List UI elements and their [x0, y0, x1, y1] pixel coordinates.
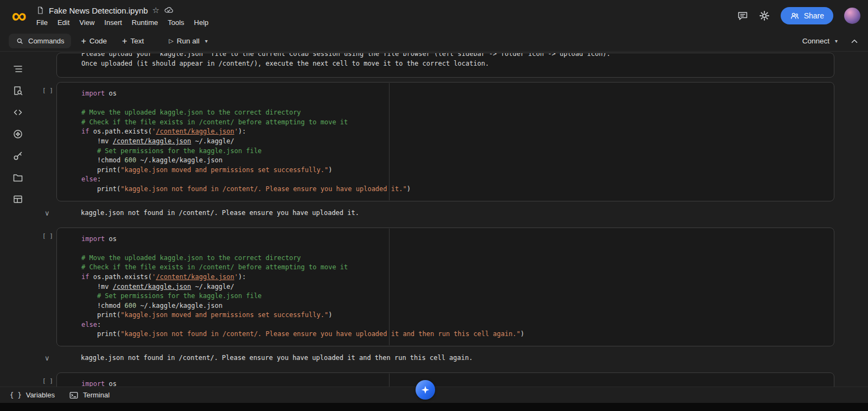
avatar[interactable]: [844, 8, 860, 24]
add-code-label: Code: [90, 37, 107, 45]
search-icon: [16, 37, 24, 45]
code-line: !mv /content/kaggle.json ~/.kaggle/: [81, 137, 827, 147]
markdown-line: Please upload your `kaggle.json` file to…: [81, 53, 827, 59]
code-line: # Check if the file exists in /content/ …: [81, 263, 827, 273]
code-editor[interactable]: import os: [56, 372, 834, 387]
code-line: # Move the uploaded kaggle.json to the c…: [81, 254, 827, 263]
code-line: # Check if the file exists in /content/ …: [81, 118, 827, 128]
find-icon[interactable]: [7, 80, 29, 102]
gear-icon[interactable]: [759, 10, 770, 21]
code-snippets-icon[interactable]: [7, 102, 29, 123]
code-line: import os: [81, 380, 827, 387]
menu-edit[interactable]: Edit: [53, 17, 74, 28]
code-line: import os: [81, 89, 827, 99]
notebook-title[interactable]: Fake News Detection.ipynb: [49, 6, 148, 15]
code-line: print("kaggle.json moved and permissions…: [81, 311, 827, 320]
menu-runtime[interactable]: Runtime: [127, 17, 163, 28]
output-text: kaggle.json not found in /content/. Plea…: [56, 209, 359, 217]
menu-help[interactable]: Help: [189, 17, 214, 28]
add-text-button[interactable]: + Text: [117, 34, 149, 49]
people-icon: [790, 11, 800, 21]
code-editor[interactable]: import os # Move the uploaded kaggle.jso…: [56, 227, 834, 347]
header-main: Fake News Detection.ipynb ☆ File Edit Vi…: [36, 0, 213, 31]
spark-icon: [420, 385, 430, 395]
files-icon[interactable]: [7, 167, 29, 188]
code-line: [81, 99, 827, 109]
chevron-up-icon[interactable]: [850, 36, 859, 46]
code-line: import os: [81, 235, 827, 244]
main-area: Please upload your `kaggle.json` file to…: [0, 52, 868, 387]
notebook-icon: [36, 6, 44, 15]
code-content: import os # Move the uploaded kaggle.jso…: [81, 89, 827, 194]
variables-button[interactable]: { } Variables: [10, 391, 55, 399]
collapse-output-button[interactable]: ∨: [42, 209, 50, 217]
share-button[interactable]: Share: [781, 7, 833, 24]
table-of-contents-icon[interactable]: [7, 58, 29, 80]
run-cell-button[interactable]: [ ]: [42, 87, 53, 94]
markdown-cell[interactable]: Please upload your `kaggle.json` file to…: [56, 53, 834, 78]
output-gutter: ∨: [40, 353, 56, 363]
toolbar-right: Connect ▾: [802, 36, 859, 46]
commands-button[interactable]: Commands: [9, 34, 71, 48]
colab-logo[interactable]: ∞: [5, 0, 33, 31]
add-text-label: Text: [130, 37, 144, 45]
code-line: [81, 244, 827, 254]
column-ruler: [389, 229, 390, 346]
data-table-icon[interactable]: [7, 188, 29, 210]
code-line: print("kaggle.json not found in /content…: [81, 330, 827, 339]
menu-file[interactable]: File: [31, 17, 53, 28]
toolbar: Commands + Code + Text ▷ Run all ▾ Conne…: [0, 31, 868, 52]
colab-app: ∞ Fake News Detection.ipynb ☆ File Edit …: [0, 0, 868, 411]
cell-gutter: [ ]: [40, 82, 56, 201]
menu-insert[interactable]: Insert: [99, 17, 127, 28]
left-sidebar: [0, 52, 36, 387]
code-editor[interactable]: import os # Move the uploaded kaggle.jso…: [56, 82, 834, 201]
notebook-scroll-area[interactable]: Please upload your `kaggle.json` file to…: [36, 52, 868, 387]
menu-view[interactable]: View: [74, 17, 99, 28]
column-ruler: [389, 83, 390, 200]
run-cell-button[interactable]: [ ]: [42, 232, 53, 239]
connect-button[interactable]: Connect ▾: [802, 37, 838, 45]
add-code-button[interactable]: + Code: [75, 34, 112, 49]
header: ∞ Fake News Detection.ipynb ☆ File Edit …: [0, 0, 868, 31]
markdown-line: Once uploaded (it should appear in /cont…: [81, 59, 827, 69]
share-label: Share: [804, 11, 824, 20]
star-icon[interactable]: ☆: [152, 5, 159, 15]
code-line: if os.path.exists('/content/kaggle.json'…: [81, 127, 827, 137]
code-line: !mv /content/kaggle.json ~/.kaggle/: [81, 282, 827, 292]
code-cell: [ ]import os # Move the uploaded kaggle.…: [40, 82, 834, 201]
cell-output: ∨kaggle.json not found in /content/. Ple…: [40, 204, 834, 222]
title-row: Fake News Detection.ipynb ☆: [36, 4, 213, 17]
secrets-icon[interactable]: [7, 145, 29, 167]
code-line: else:: [81, 175, 827, 185]
code-line: # Set permissions for the kaggle.json fi…: [81, 292, 827, 301]
caret-down-icon: ▾: [205, 38, 208, 44]
variables-label: Variables: [26, 391, 55, 399]
code-line: print("kaggle.json not found in /content…: [81, 185, 827, 194]
play-icon: ▷: [169, 37, 173, 45]
run-cell-button[interactable]: [ ]: [42, 377, 53, 384]
cloud-saved-icon[interactable]: [164, 5, 174, 15]
cell-gutter: [ ]: [40, 372, 56, 387]
notebook-cells: Please upload your `kaggle.json` file to…: [40, 53, 834, 387]
cell-output: ∨kaggle.json not found in /content/. Ple…: [40, 349, 834, 367]
menu-tools[interactable]: Tools: [163, 17, 189, 28]
output-text: kaggle.json not found in /content/. Plea…: [56, 354, 473, 362]
collapse-output-button[interactable]: ∨: [42, 354, 50, 362]
run-all-button[interactable]: ▷ Run all ▾: [163, 34, 213, 48]
code-line: else:: [81, 320, 827, 330]
terminal-button[interactable]: Terminal: [69, 390, 110, 400]
cell-gutter: [ ]: [40, 227, 56, 347]
column-ruler: [389, 374, 390, 387]
gemini-icon[interactable]: [7, 123, 29, 145]
code-line: if os.path.exists('/content/kaggle.json'…: [81, 273, 827, 282]
code-line: !chmod 600 ~/.kaggle/kaggle.json: [81, 156, 827, 166]
menu-bar: File Edit View Insert Runtime Tools Help: [31, 17, 213, 28]
gemini-button[interactable]: [416, 380, 435, 400]
comment-icon[interactable]: [737, 10, 748, 21]
code-cell: [ ]import os: [40, 372, 834, 387]
window-edge: [0, 403, 868, 411]
plus-icon: +: [81, 37, 86, 46]
code-line: # Set permissions for the kaggle.json fi…: [81, 147, 827, 156]
code-line: print("kaggle.json moved and permissions…: [81, 166, 827, 175]
